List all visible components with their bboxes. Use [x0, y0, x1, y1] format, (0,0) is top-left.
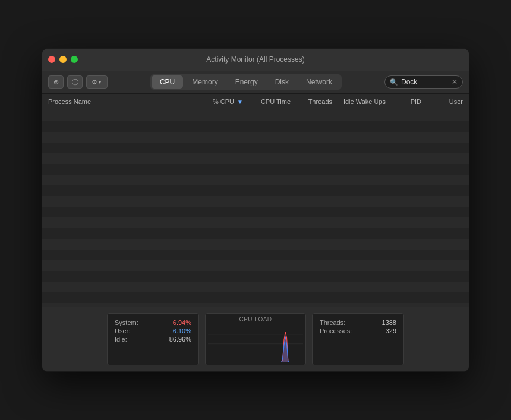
table-row[interactable] — [42, 185, 469, 196]
idle-value: 86.96% — [169, 336, 191, 343]
table-row[interactable] — [42, 132, 469, 143]
table-row[interactable] — [42, 164, 469, 175]
search-box: 🔍 ✕ — [384, 75, 463, 89]
clear-search-button[interactable]: ✕ — [452, 78, 458, 86]
table-row[interactable] — [42, 260, 469, 271]
minimize-button[interactable] — [59, 56, 67, 63]
toolbar: ⊗ ⓘ ⚙ ▼ CPU Memory Energy Disk Network 🔍… — [42, 71, 469, 94]
close-button[interactable] — [48, 56, 55, 63]
col-header-pid[interactable]: PID — [386, 98, 421, 105]
cpu-load-svg — [208, 325, 303, 362]
idle-stat-row: Idle: 86.96% — [115, 335, 191, 343]
titlebar: Activity Monitor (All Processes) — [42, 49, 469, 71]
stop-button[interactable]: ⊗ — [48, 75, 64, 89]
col-header-idle[interactable]: Idle Wake Ups — [332, 98, 386, 105]
tab-cpu[interactable]: CPU — [152, 75, 183, 89]
table-row[interactable] — [42, 121, 469, 132]
threads-value: 1388 — [382, 319, 396, 326]
system-value: 6.94% — [173, 319, 191, 326]
table-row[interactable] — [42, 207, 469, 217]
action-button[interactable]: ⚙ ▼ — [86, 75, 108, 89]
idle-label: Idle: — [115, 336, 127, 343]
table-row[interactable] — [42, 143, 469, 153]
tab-disk[interactable]: Disk — [267, 75, 297, 89]
cpu-stats-panel: System: 6.94% User: 6.10% Idle: 86.96% — [107, 313, 199, 365]
table-row[interactable] — [42, 153, 469, 164]
tab-energy[interactable]: Energy — [227, 75, 266, 89]
col-header-process[interactable]: Process Name — [48, 98, 195, 105]
table-header: Process Name % CPU ▼ CPU Time Threads Id… — [42, 94, 469, 110]
tab-network[interactable]: Network — [298, 75, 340, 89]
maximize-button[interactable] — [71, 56, 78, 63]
system-stat-row: System: 6.94% — [115, 318, 191, 327]
table-row[interactable] — [42, 271, 469, 282]
threads-stat-row: Threads: 1388 — [320, 318, 396, 327]
threads-panel: Threads: 1388 Processes: 329 — [312, 313, 404, 365]
processes-stat-row: Processes: 329 — [320, 327, 396, 335]
col-header-cputime[interactable]: CPU Time — [243, 98, 291, 105]
cpu-load-title: CPU LOAD — [239, 316, 272, 323]
table-row[interactable] — [42, 196, 469, 207]
search-input[interactable] — [401, 78, 449, 86]
user-value: 6.10% — [173, 327, 191, 334]
threads-label: Threads: — [320, 319, 345, 326]
cpu-load-panel: CPU LOAD — [205, 313, 306, 365]
tab-memory[interactable]: Memory — [184, 75, 226, 89]
cpu-load-chart — [208, 325, 303, 362]
status-bar: System: 6.94% User: 6.10% Idle: 86.96% C… — [42, 307, 469, 371]
user-label: User: — [115, 327, 130, 334]
table-row[interactable] — [42, 250, 469, 260]
table-body[interactable] — [42, 110, 469, 307]
traffic-lights — [48, 56, 78, 63]
gear-icon: ⚙ — [92, 78, 97, 86]
col-header-threads[interactable]: Threads — [291, 98, 332, 105]
activity-monitor-window: Activity Monitor (All Processes) ⊗ ⓘ ⚙ ▼… — [42, 48, 469, 372]
tab-group: CPU Memory Energy Disk Network — [150, 74, 342, 90]
info-button[interactable]: ⓘ — [67, 75, 83, 89]
window-title: Activity Monitor (All Processes) — [206, 55, 304, 64]
col-header-user[interactable]: User — [421, 98, 463, 105]
table-row[interactable] — [42, 292, 469, 303]
chevron-down-icon: ▼ — [97, 80, 102, 85]
sort-arrow: ▼ — [237, 99, 243, 105]
table-row[interactable] — [42, 175, 469, 185]
table-row[interactable] — [42, 110, 469, 121]
search-icon: 🔍 — [390, 78, 398, 86]
user-stat-row: User: 6.10% — [115, 327, 191, 335]
info-icon: ⓘ — [72, 78, 78, 87]
processes-label: Processes: — [320, 327, 352, 334]
stop-icon: ⊗ — [53, 78, 59, 86]
processes-value: 329 — [386, 327, 396, 334]
table-row[interactable] — [42, 217, 469, 228]
col-header-cpu[interactable]: % CPU ▼ — [195, 98, 243, 105]
table-row[interactable] — [42, 228, 469, 239]
table-row[interactable] — [42, 282, 469, 292]
table-row[interactable] — [42, 239, 469, 250]
system-label: System: — [115, 319, 138, 326]
